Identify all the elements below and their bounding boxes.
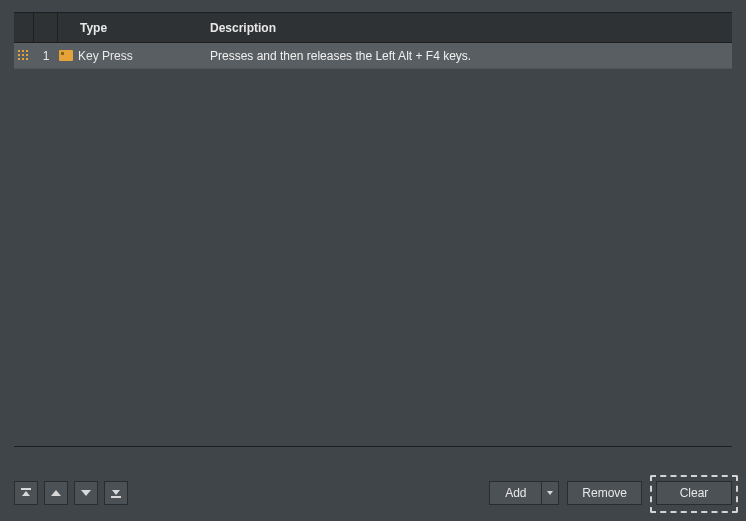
remove-button[interactable]: Remove	[567, 481, 642, 505]
table-header-row: Type Description	[14, 13, 732, 43]
reorder-buttons	[14, 481, 128, 507]
add-split-button: Add	[489, 481, 559, 505]
row-type-icon	[58, 50, 74, 61]
chevron-up-icon	[50, 487, 62, 499]
move-up-button[interactable]	[44, 481, 68, 505]
chevron-top-icon	[20, 487, 32, 499]
add-dropdown-button[interactable]	[541, 481, 559, 505]
caret-down-icon	[546, 489, 554, 497]
row-description: Presses and then releases the Left Alt +…	[204, 49, 732, 63]
add-button[interactable]: Add	[489, 481, 541, 505]
clear-button-highlight: Clear	[650, 475, 738, 513]
clear-button[interactable]: Clear	[656, 481, 732, 505]
header-index-col	[34, 13, 58, 42]
footer-bar: Add Remove Clear	[14, 481, 732, 507]
chevron-down-icon	[80, 487, 92, 499]
move-bottom-button[interactable]	[104, 481, 128, 505]
move-top-button[interactable]	[14, 481, 38, 505]
action-buttons: Add Remove Clear	[489, 481, 732, 507]
table-row[interactable]: 1 Key Press Presses and then releases th…	[14, 43, 732, 69]
row-type: Key Press	[74, 49, 204, 63]
move-down-button[interactable]	[74, 481, 98, 505]
drag-handle-icon	[18, 50, 30, 62]
header-description[interactable]: Description	[204, 21, 732, 35]
keyboard-icon	[59, 50, 73, 61]
chevron-bottom-icon	[110, 487, 122, 499]
row-index: 1	[34, 43, 58, 68]
drag-handle[interactable]	[14, 43, 34, 68]
svg-rect-1	[111, 496, 121, 498]
macro-editor-panel: Type Description 1 Key Press Presses and…	[0, 0, 746, 521]
header-type[interactable]: Type	[74, 21, 204, 35]
header-handle-col	[14, 13, 34, 42]
svg-rect-0	[21, 488, 31, 490]
action-table: Type Description 1 Key Press Presses and…	[14, 12, 732, 447]
